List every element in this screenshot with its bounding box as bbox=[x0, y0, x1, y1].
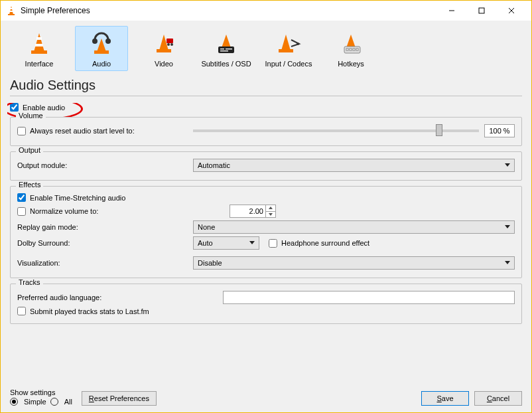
svg-marker-0 bbox=[9, 6, 13, 15]
replay-gain-select[interactable]: None bbox=[193, 220, 515, 234]
volume-percent: 100 % bbox=[484, 124, 515, 137]
replay-gain-label: Replay gain mode: bbox=[17, 223, 193, 231]
chevron-down-icon bbox=[505, 163, 510, 167]
svg-rect-13 bbox=[94, 50, 109, 54]
dolby-select[interactable]: Auto bbox=[193, 236, 259, 250]
svg-rect-18 bbox=[166, 39, 173, 43]
category-subtitles[interactable]: Subtitles / OSD bbox=[200, 26, 253, 71]
group-legend: Output bbox=[16, 146, 43, 154]
lastfm-checkbox[interactable] bbox=[17, 307, 26, 315]
chevron-down-icon bbox=[505, 261, 510, 264]
slider-thumb[interactable] bbox=[436, 124, 442, 136]
category-label: Hotkeys bbox=[338, 60, 364, 68]
close-button[interactable] bbox=[496, 1, 526, 21]
normalize-label: Normalize volume to: bbox=[30, 207, 98, 215]
svg-rect-11 bbox=[35, 44, 43, 46]
group-output: Output Output module: Automatic bbox=[10, 151, 522, 181]
radio-simple[interactable] bbox=[10, 398, 18, 406]
select-value: Automatic bbox=[198, 161, 230, 169]
category-label: Interface bbox=[25, 60, 54, 68]
reset-preferences-button[interactable]: Reset Preferences bbox=[82, 391, 157, 406]
svg-rect-27 bbox=[279, 49, 293, 52]
svg-marker-12 bbox=[97, 39, 106, 52]
svg-rect-24 bbox=[226, 48, 232, 50]
svg-marker-8 bbox=[34, 33, 44, 52]
svg-marker-35 bbox=[269, 206, 273, 209]
cancel-button[interactable]: Cancel bbox=[474, 391, 522, 406]
spinner-down[interactable] bbox=[265, 212, 275, 218]
enable-audio-checkbox[interactable] bbox=[10, 103, 19, 112]
category-video[interactable]: Video bbox=[137, 26, 190, 71]
headphone-checkbox[interactable] bbox=[269, 239, 277, 248]
reset-level-checkbox[interactable] bbox=[17, 127, 26, 135]
divider bbox=[10, 96, 522, 96]
select-value: Auto bbox=[198, 239, 213, 247]
content: Interface Audio Video Subtitles / OSD In… bbox=[1, 21, 531, 412]
category-label: Audio bbox=[92, 60, 111, 68]
svg-rect-33 bbox=[353, 48, 355, 50]
svg-rect-10 bbox=[36, 37, 42, 40]
svg-marker-29 bbox=[346, 35, 356, 48]
svg-marker-21 bbox=[222, 35, 231, 48]
normalize-value-spinner[interactable]: 2.00 bbox=[230, 205, 276, 218]
chevron-down-icon bbox=[249, 241, 255, 244]
output-module-label: Output module: bbox=[17, 161, 193, 169]
category-label: Input / Codecs bbox=[265, 60, 312, 68]
category-label: Subtitles / OSD bbox=[201, 60, 251, 68]
radio-simple-label: Simple bbox=[24, 398, 46, 406]
timestretch-checkbox[interactable] bbox=[17, 193, 26, 202]
svg-point-28 bbox=[297, 42, 299, 45]
titlebar: Simple Preferences bbox=[1, 1, 531, 21]
enable-audio-label: Enable audio bbox=[23, 104, 65, 112]
svg-rect-2 bbox=[10, 8, 12, 9]
show-settings-label: Show settings bbox=[10, 388, 72, 396]
category-bar: Interface Audio Video Subtitles / OSD In… bbox=[7, 25, 525, 78]
output-module-select[interactable]: Automatic bbox=[193, 159, 515, 172]
svg-rect-22 bbox=[218, 46, 234, 53]
headphone-label: Headphone surround effect bbox=[281, 239, 369, 247]
group-effects: Effects Enable Time-Stretching audio Nor… bbox=[10, 186, 522, 278]
save-button[interactable]: Save bbox=[421, 391, 469, 406]
normalize-checkbox[interactable] bbox=[17, 207, 26, 216]
svg-rect-9 bbox=[31, 50, 47, 54]
dolby-label: Dolby Surround: bbox=[17, 239, 193, 247]
group-volume: Volume Always reset audio start level to… bbox=[10, 117, 522, 146]
spinner-up[interactable] bbox=[265, 205, 275, 212]
visualization-label: Visualization: bbox=[17, 259, 193, 267]
select-value: None bbox=[198, 223, 215, 231]
vlc-cone-icon bbox=[6, 5, 17, 16]
maximize-button[interactable] bbox=[466, 1, 496, 21]
category-hotkeys[interactable]: Hotkeys bbox=[324, 26, 377, 71]
category-audio[interactable]: Audio bbox=[75, 26, 128, 71]
svg-rect-32 bbox=[350, 48, 352, 50]
svg-point-19 bbox=[167, 43, 170, 46]
preferred-language-label: Preferred audio language: bbox=[17, 293, 223, 301]
svg-rect-23 bbox=[220, 48, 224, 50]
footer: Show settings Simple All Reset Preferenc… bbox=[7, 384, 525, 407]
volume-slider[interactable] bbox=[193, 129, 479, 132]
svg-marker-36 bbox=[269, 213, 273, 216]
svg-point-20 bbox=[170, 43, 173, 46]
radio-all-label: All bbox=[64, 398, 72, 406]
svg-rect-17 bbox=[157, 49, 171, 52]
svg-rect-31 bbox=[346, 48, 348, 50]
group-legend: Volume bbox=[16, 112, 46, 120]
section-title: Audio Settings bbox=[7, 78, 525, 96]
radio-all[interactable] bbox=[50, 398, 58, 406]
svg-rect-1 bbox=[8, 14, 15, 15]
window-title: Simple Preferences bbox=[21, 6, 436, 15]
preferred-language-input[interactable] bbox=[223, 291, 515, 304]
svg-rect-34 bbox=[356, 48, 358, 50]
settings-panel: Enable audio Volume Always reset audio s… bbox=[7, 103, 525, 384]
category-interface[interactable]: Interface bbox=[13, 26, 66, 71]
select-value: Disable bbox=[198, 259, 222, 267]
svg-point-15 bbox=[105, 39, 111, 44]
visualization-select[interactable]: Disable bbox=[193, 256, 515, 270]
svg-point-14 bbox=[92, 39, 98, 44]
minimize-button[interactable] bbox=[436, 1, 466, 21]
reset-level-label: Always reset audio start level to: bbox=[30, 127, 135, 135]
category-input-codecs[interactable]: Input / Codecs bbox=[262, 26, 315, 71]
timestretch-label: Enable Time-Stretching audio bbox=[30, 194, 125, 202]
category-label: Video bbox=[155, 60, 173, 68]
svg-rect-3 bbox=[10, 11, 13, 12]
